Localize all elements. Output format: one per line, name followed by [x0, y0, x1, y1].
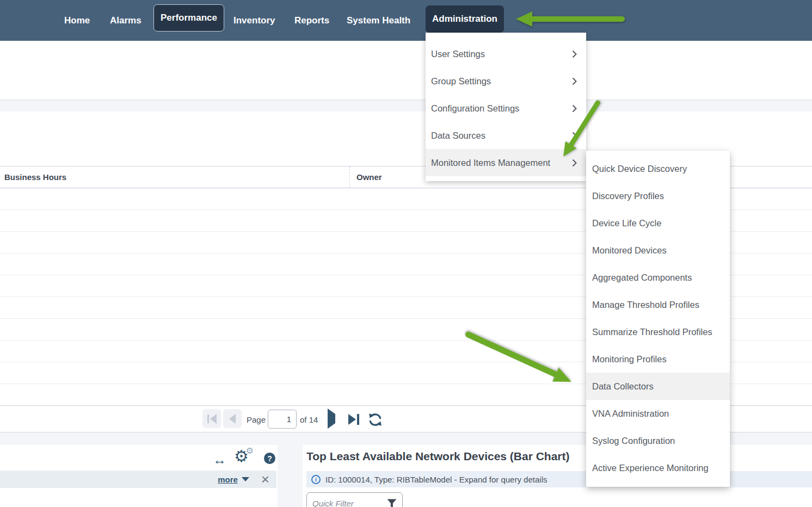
- submenu-chevron-icon: [572, 104, 577, 113]
- close-icon[interactable]: ×: [261, 472, 269, 486]
- menu-item-data-sources[interactable]: Data Sources: [426, 122, 586, 149]
- submenu-item-active-experience-monitoring[interactable]: Active Experience Monitoring: [586, 454, 730, 481]
- more-link[interactable]: more: [218, 475, 238, 484]
- submenu-item-quick-device-discovery[interactable]: Quick Device Discovery: [586, 155, 730, 182]
- nav-item-performance[interactable]: Performance: [153, 4, 224, 32]
- next-page-button[interactable]: [328, 414, 335, 424]
- submenu-item-discovery-profiles[interactable]: Discovery Profiles: [586, 182, 730, 209]
- submenu-chevron-icon: [572, 77, 577, 85]
- first-page-button[interactable]: [202, 409, 221, 428]
- submenu-item-aggregated-components[interactable]: Aggregated Components: [586, 264, 730, 291]
- menu-item-configuration-settings[interactable]: Configuration Settings: [426, 95, 586, 122]
- submenu-chevron-icon: [572, 159, 577, 167]
- refresh-icon: [368, 412, 383, 427]
- arrow-head: [516, 11, 532, 27]
- top-navigation-bar: Home Alarms Performance Inventory Report…: [0, 0, 812, 41]
- submenu-item-syslog-configuration[interactable]: Syslog Configuration: [586, 427, 730, 454]
- widget-info-bar[interactable]: i ID: 1000014, Type: RIBTableModel - Exp…: [306, 471, 812, 487]
- menu-item-user-settings[interactable]: User Settings: [426, 40, 586, 67]
- nav-item-administration[interactable]: Administration: [426, 5, 504, 33]
- expand-width-icon[interactable]: ↔: [213, 453, 226, 467]
- settings-mini-gear-icon: ⚙: [246, 447, 254, 455]
- submenu-chevron-icon: [572, 50, 577, 58]
- administration-menu: User Settings Group Settings Configurati…: [426, 33, 586, 181]
- submenu-item-device-life-cycle[interactable]: Device Life Cycle: [586, 209, 730, 237]
- more-caret-icon[interactable]: [242, 477, 249, 481]
- nav-item-home[interactable]: Home: [64, 0, 90, 41]
- page-toolbar-band: [0, 100, 812, 112]
- quick-filter-input[interactable]: [312, 499, 387, 507]
- monitored-items-submenu: Quick Device Discovery Discovery Profile…: [586, 151, 730, 487]
- settings-gear-icon[interactable]: ⚙⚙: [234, 448, 249, 465]
- submenu-item-manage-threshold-profiles[interactable]: Manage Threshold Profiles: [586, 291, 730, 318]
- arrow-tail: [531, 16, 625, 22]
- menu-item-group-settings[interactable]: Group Settings: [426, 67, 586, 95]
- previous-page-button[interactable]: [223, 409, 242, 428]
- next-page-icon: [328, 409, 335, 429]
- submenu-item-data-collectors[interactable]: Data Collectors: [586, 373, 730, 400]
- widget-title: Top Least Available Network Devices (Bar…: [306, 450, 570, 463]
- nav-item-inventory[interactable]: Inventory: [233, 0, 275, 41]
- filter-funnel-icon[interactable]: [387, 499, 397, 507]
- right-widget-panel: Top Least Available Network Devices (Bar…: [303, 445, 812, 507]
- left-widget-panel: ↔ ⚙⚙ ? more ×: [0, 445, 278, 507]
- last-page-icon: [348, 414, 356, 425]
- nav-item-alarms[interactable]: Alarms: [110, 0, 142, 41]
- column-header-business-hours[interactable]: Business Hours: [0, 172, 349, 182]
- submenu-item-vna-administration[interactable]: VNA Administration: [586, 400, 730, 427]
- page-count-label: of 14: [300, 406, 318, 433]
- annotation-arrow-administration: [516, 11, 625, 27]
- widget-info-text: ID: 1000014, Type: RIBTableModel - Expan…: [325, 475, 547, 484]
- submenu-item-summarize-threshold-profiles[interactable]: Summarize Threshold Profiles: [586, 318, 730, 345]
- submenu-item-monitored-devices[interactable]: Monitored Devices: [586, 237, 730, 264]
- info-icon: i: [311, 475, 321, 484]
- page-label: Page: [247, 406, 266, 433]
- quick-filter-box: [306, 492, 403, 507]
- nav-item-system-health[interactable]: System Health: [347, 0, 410, 41]
- refresh-button[interactable]: [368, 412, 383, 429]
- column-header-owner[interactable]: Owner: [350, 172, 382, 182]
- nav-item-reports[interactable]: Reports: [294, 0, 329, 41]
- widget-footer-bar: more ×: [0, 471, 276, 488]
- last-page-button[interactable]: [348, 414, 359, 425]
- submenu-item-monitoring-profiles[interactable]: Monitoring Profiles: [586, 345, 730, 373]
- previous-page-icon: [229, 414, 236, 424]
- help-icon[interactable]: ?: [264, 453, 275, 464]
- page-number-input[interactable]: [268, 410, 297, 429]
- first-page-icon: [207, 415, 209, 423]
